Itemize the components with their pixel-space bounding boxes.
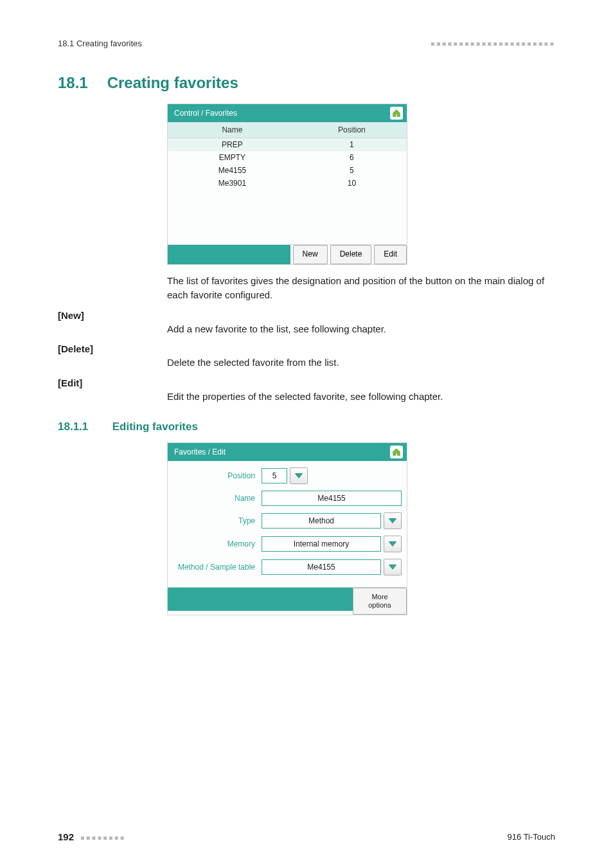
def-desc-edit: Edit the properties of the selected favo… [167, 390, 555, 404]
delete-button[interactable]: Delete [330, 245, 372, 264]
row-name: Name Me4155 [173, 491, 402, 506]
home-icon[interactable] [390, 107, 403, 120]
subsection-title: Editing favorites [112, 420, 198, 433]
section-title: Creating favorites [107, 74, 238, 91]
memory-dropdown-icon[interactable] [384, 536, 402, 552]
table-row[interactable]: EMPTY 6 [168, 151, 407, 164]
row-memory: Memory Internal memory [173, 536, 402, 552]
table-row[interactable]: Me3901 10 [168, 177, 407, 190]
svg-marker-3 [389, 565, 396, 569]
label-name: Name [173, 494, 262, 503]
svg-marker-0 [295, 473, 302, 478]
page-footer: 192 ▪▪▪▪▪▪▪▪ 916 Ti-Touch [58, 831, 555, 842]
favorites-panel-titlebar: Control / Favorites [168, 104, 407, 122]
method-dropdown-icon[interactable] [384, 559, 402, 575]
favorites-row-name: Me3901 [168, 177, 297, 190]
edit-panel-titlebar: Favorites / Edit [168, 443, 407, 461]
favorites-table: Name Position PREP 1 EMPTY 6 Me4155 [168, 122, 407, 190]
favorites-col-position: Position [297, 122, 407, 138]
def-desc-delete: Delete the selected favorite from the li… [167, 356, 555, 370]
favorites-panel-title: Control / Favorites [174, 109, 237, 118]
footer-spacer [168, 588, 353, 611]
label-memory: Memory [173, 539, 262, 548]
position-field[interactable]: 5 [262, 468, 287, 484]
favorites-row-position: 5 [297, 164, 407, 177]
table-row[interactable]: PREP 1 [168, 138, 407, 152]
more-options-button[interactable]: More options [353, 588, 407, 615]
section-heading: 18.1 Creating favorites [58, 74, 555, 92]
def-term-new: [New] [58, 310, 555, 321]
svg-marker-1 [389, 518, 396, 523]
subsection-number: 18.1.1 [58, 420, 109, 433]
table-row[interactable]: Me4155 5 [168, 164, 407, 177]
new-button[interactable]: New [293, 245, 328, 264]
favorites-panel: Control / Favorites Name Position PREP 1 [167, 104, 407, 265]
label-type: Type [173, 516, 262, 525]
favorites-row-position: 6 [297, 151, 407, 164]
label-method: Method / Sample table [173, 563, 262, 572]
row-method: Method / Sample table Me4155 [173, 559, 402, 575]
home-icon[interactable] [390, 446, 403, 458]
favorites-row-name: Me4155 [168, 164, 297, 177]
page-number: 192 [58, 831, 74, 842]
def-term-edit: [Edit] [58, 377, 555, 388]
favorites-col-name: Name [168, 122, 297, 138]
def-desc-new: Add a new favorite to the list, see foll… [167, 322, 555, 336]
memory-field[interactable]: Internal memory [262, 536, 381, 552]
edit-panel-title: Favorites / Edit [174, 448, 226, 457]
running-header-dashes: ▪▪▪▪▪▪▪▪▪▪▪▪▪▪▪▪▪▪▪▪▪▪ [431, 39, 555, 48]
section-number: 18.1 [58, 74, 103, 92]
intro-paragraph: The list of favorites gives the designat… [167, 274, 555, 302]
label-position: Position [173, 471, 262, 480]
row-type: Type Method [173, 512, 402, 529]
svg-marker-2 [389, 541, 396, 546]
type-field[interactable]: Method [262, 513, 381, 529]
edit-button[interactable]: Edit [374, 245, 407, 264]
subsection-heading: 18.1.1 Editing favorites [58, 420, 555, 433]
footer-dashes: ▪▪▪▪▪▪▪▪ [80, 833, 126, 842]
name-field[interactable]: Me4155 [262, 491, 402, 506]
edit-form: Position 5 Name Me4155 Type Method [168, 461, 407, 587]
favorites-panel-footer: New Delete Edit [168, 244, 407, 264]
favorites-table-wrap: Name Position PREP 1 EMPTY 6 Me4155 [168, 122, 407, 244]
favorites-row-name: EMPTY [168, 151, 297, 164]
favorites-row-position: 1 [297, 138, 407, 152]
method-field[interactable]: Me4155 [262, 559, 381, 575]
favorites-row-position: 10 [297, 177, 407, 190]
position-dropdown-icon[interactable] [290, 467, 308, 484]
edit-panel: Favorites / Edit Position 5 Name Me4155 [167, 442, 407, 615]
type-dropdown-icon[interactable] [384, 512, 402, 529]
row-position: Position 5 [173, 467, 402, 484]
edit-panel-footer: More options [168, 587, 407, 615]
running-header-left: 18.1 Creating favorites [58, 39, 142, 48]
favorites-row-name: PREP [168, 138, 297, 152]
def-term-delete: [Delete] [58, 343, 555, 354]
product-name: 916 Ti-Touch [508, 832, 555, 842]
footer-spacer [168, 245, 290, 264]
